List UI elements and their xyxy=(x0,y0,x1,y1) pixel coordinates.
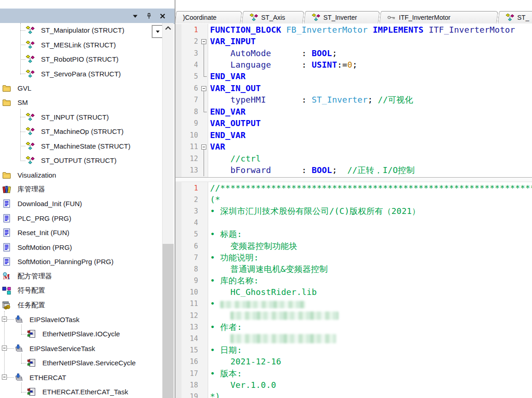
tree-item-label: ST_OUTPUT (STRUCT) xyxy=(41,156,117,164)
books-icon xyxy=(2,185,12,194)
tree-item-eipslaveiotask[interactable]: EIPSlaveIOTask xyxy=(0,312,162,327)
tab-content: ST_ xyxy=(498,11,532,23)
code-line: 14 xyxy=(175,333,532,344)
tree-item-st-robotpio-struct[interactable]: ST_RobotPIO (STRUCT) xyxy=(0,52,162,66)
tree-item-st-servopara-struct[interactable]: ST_ServoPara (STRUCT) xyxy=(0,66,162,81)
tree-item-st-input-struct[interactable]: ST_INPUT (STRUCT) xyxy=(0,110,162,124)
code-text: Ver.1.0.0 xyxy=(210,381,276,389)
code-line: 1FUNCTION_BLOCK FB_InverterMotor IMPLEME… xyxy=(175,24,532,35)
tree-item-ethernetipslave-iocycle[interactable]: EtherNetIPSlave.IOCycle xyxy=(0,327,162,341)
tree-expand-toggle[interactable] xyxy=(2,317,7,322)
code-text: VAR_INPUT xyxy=(210,37,256,46)
struct-icon xyxy=(26,55,35,63)
tree-item-ethercat[interactable]: ETHERCAT xyxy=(0,370,162,385)
fold-toggle[interactable] xyxy=(198,82,210,94)
tree-item-st-machineop-struct[interactable]: ST_MachineOp (STRUCT) xyxy=(0,124,162,138)
implementation-pane[interactable]: 1//*************************************… xyxy=(175,182,532,398)
tree-item-sm[interactable]: SM xyxy=(0,95,162,110)
tree-item-plc-prg-prg[interactable]: PLC_PRG (PRG) xyxy=(0,211,162,225)
declaration-pane[interactable]: 1FUNCTION_BLOCK FB_InverterMotor IMPLEME… xyxy=(175,24,532,177)
code-line: 7• 功能说明: xyxy=(175,252,532,263)
tree-item-item[interactable]: M配方管理器 xyxy=(0,269,162,283)
code-line: 3• 深圳市汇川技术股份有限公司/(C)版权所有（2021） xyxy=(175,205,532,217)
code-line: 11• xyxy=(175,298,532,310)
struct-icon xyxy=(312,13,320,22)
tree-item-softmotion-prg[interactable]: SoftMotion (PRG) xyxy=(0,240,162,254)
call-icon xyxy=(27,387,37,396)
tree-item-st-meslink-struct[interactable]: ST_MESLink (STRUCT) xyxy=(0,37,162,52)
tree-item-label: ST_MachineState (STRUCT) xyxy=(41,142,130,150)
code-line: 2VAR_INPUT xyxy=(175,35,532,47)
tab-itf-invertermotor[interactable]: ITF_InverterMotor xyxy=(380,11,497,23)
tree-expand-toggle[interactable] xyxy=(2,375,7,380)
fold-toggle[interactable] xyxy=(198,141,210,152)
tree-item-visualization[interactable]: Visualization xyxy=(0,167,162,182)
code-line: 7 typeHMI : ST_Inverter; //可视化 xyxy=(175,94,532,106)
line-number: 16 xyxy=(181,358,198,366)
code-text: • 标题: xyxy=(210,230,242,238)
tree-item-download-init-fun[interactable]: Download_Init (FUN) xyxy=(0,196,162,211)
chevron-down-icon xyxy=(156,30,160,33)
struct-icon xyxy=(26,142,35,150)
panel-menu-button[interactable] xyxy=(130,12,140,21)
line-number: 5 xyxy=(181,230,198,238)
tab-st[interactable]: ST_ xyxy=(498,11,532,23)
tree-item-gvl[interactable]: GVL xyxy=(0,81,162,95)
tab-st-axis[interactable]: ST_Axis xyxy=(242,11,304,23)
task-icon xyxy=(14,344,24,353)
line-number: 12 xyxy=(181,311,198,320)
tree-item-eipslaveservicetask[interactable]: EIPSlaveServiceTask xyxy=(0,341,162,356)
line-number: 14 xyxy=(181,335,198,343)
tab-content: ST_Inverter xyxy=(304,11,379,23)
code-line: 12 xyxy=(175,310,532,321)
code-text: *) xyxy=(210,392,220,398)
fold-margin xyxy=(198,356,210,368)
code-line: 8 普通调速电机&变频器控制 xyxy=(175,263,532,275)
tab-label: ST_Axis xyxy=(261,14,285,21)
code-line: 2(* xyxy=(175,194,532,205)
pou-icon xyxy=(2,257,12,266)
fold-margin xyxy=(198,118,210,129)
fold-margin xyxy=(198,310,210,321)
close-icon xyxy=(160,13,165,19)
line-number: 1 xyxy=(181,184,198,192)
code-text: • xyxy=(210,300,305,308)
line-number: 6 xyxy=(181,242,198,250)
tree-item-item[interactable]: 库管理器 xyxy=(0,182,162,196)
tree-item-ethercat-ethercat-task[interactable]: ETHERCAT.EtherCAT_Task xyxy=(0,385,162,398)
tree-expand-toggle[interactable] xyxy=(2,346,7,351)
tree-item-st-output-struct[interactable]: ST_OUTPUT (STRUCT) xyxy=(0,153,162,167)
fold-margin xyxy=(198,164,210,176)
tree-item-ethernetipslave-servicecycle[interactable]: EtherNetIPSlave.ServiceCycle xyxy=(0,356,162,370)
fold-toggle[interactable] xyxy=(198,35,210,47)
pou-icon xyxy=(2,214,12,223)
line-number: 13 xyxy=(181,323,198,331)
tree-item-label: SoftMotion (PRG) xyxy=(18,243,72,251)
panel-close-button[interactable] xyxy=(158,12,168,21)
tree-item-reset-init-fun[interactable]: Reset_Init (FUN) xyxy=(0,225,162,240)
redacted-text-blur xyxy=(230,311,339,320)
tree-scrollbar[interactable] xyxy=(162,23,174,398)
tree-item-st-machinestate-struct[interactable]: ST_MachineState (STRUCT) xyxy=(0,139,162,153)
tree-item-item[interactable]: 任务配置 xyxy=(0,298,162,312)
code-line: 9• 库的名称: xyxy=(175,275,532,287)
tree-item-dropdown-button[interactable] xyxy=(152,25,162,38)
editor-area: )CoordinateST_AxisST_InverterITF_Inverte… xyxy=(175,0,532,398)
tab-content: )Coordinate xyxy=(175,11,241,23)
tree-item-st-manipulator-struct[interactable]: ST_Manipulator (STRUCT) xyxy=(0,23,162,37)
tree-item-label: Reset_Init (FUN) xyxy=(18,229,70,236)
panel-pin-button[interactable] xyxy=(144,12,154,21)
tab-coordinate[interactable]: )Coordinate xyxy=(175,11,241,23)
line-number: 7 xyxy=(181,254,198,262)
tree-item-label: ST_MachineOp (STRUCT) xyxy=(41,127,123,135)
tab-st-inverter[interactable]: ST_Inverter xyxy=(304,11,379,23)
tree-item-item[interactable]: 符号配置 xyxy=(0,283,162,298)
project-tree[interactable]: ST_Manipulator (STRUCT)ST_MESLink (STRUC… xyxy=(0,23,162,398)
call-icon xyxy=(27,329,37,338)
panel-titlebar xyxy=(0,8,175,24)
symbol-icon xyxy=(2,286,12,295)
tree-item-softmotion-planningprg-prg[interactable]: SoftMotion_PlanningPrg (PRG) xyxy=(0,254,162,269)
scrollbar-up-button[interactable] xyxy=(163,23,174,33)
line-number: 15 xyxy=(181,346,198,354)
scrollbar-thumb[interactable] xyxy=(163,244,174,398)
